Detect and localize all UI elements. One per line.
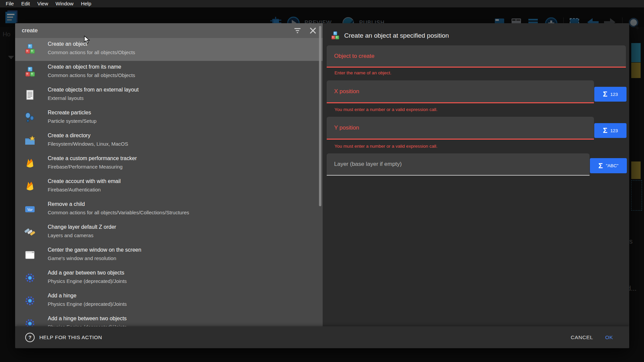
help-button[interactable]: ? HELP FOR THIS ACTION — [25, 333, 102, 342]
field-helper-text: You must enter a number or a valid expre… — [334, 107, 437, 112]
result-subtitle: Common actions for all objects/Objects — [48, 72, 135, 78]
objects-icon — [331, 31, 339, 40]
sigma-icon: Σ — [603, 90, 607, 98]
action-title: Create an object at specified position — [344, 32, 449, 39]
firebase-icon — [25, 158, 35, 169]
result-subtitle: External layouts — [48, 95, 84, 101]
search-bar[interactable]: create — [15, 23, 323, 38]
result-subtitle: Physics Engine (deprecated)/Joints — [48, 301, 127, 307]
expression-type-label: 123 — [610, 92, 618, 97]
result-subtitle: Common actions for all objects/Variables… — [48, 210, 189, 215]
menu-item-edit[interactable]: Edit — [17, 0, 34, 7]
help-icon: ? — [25, 333, 35, 342]
field-label: Layer (base layer if empty) — [334, 161, 402, 168]
result-subtitle: Firebase/Authentication — [48, 187, 101, 192]
dialog-footer: ? HELP FOR THIS ACTION CANCEL OK — [15, 326, 629, 348]
results-scrollbar[interactable] — [319, 26, 321, 206]
filter-icon[interactable] — [293, 26, 302, 35]
result-subtitle: Physics Engine (deprecated)/Joints — [48, 278, 127, 284]
variable-icon: Var — [25, 204, 35, 215]
expression-type-label: "ABC" — [606, 163, 618, 168]
ok-button[interactable]: OK — [599, 331, 619, 344]
expression-builder-button[interactable]: Σ123 — [594, 123, 627, 138]
result-row[interactable]: Add a hingePhysics Engine (deprecated)/J… — [15, 290, 323, 313]
physics-icon — [25, 318, 35, 326]
result-row[interactable]: Center the game window on the screenGame… — [15, 244, 323, 267]
menu-bar: FileEditViewWindowHelp — [0, 0, 644, 7]
result-row[interactable]: Create an objectCommon actions for all o… — [15, 38, 323, 61]
field-helper-text: Enter the name of an object. — [334, 70, 392, 75]
directory-icon — [25, 135, 35, 146]
result-subtitle: Filesystem/Windows, Linux, MacOS — [48, 141, 128, 147]
instruction-editor-dialog: create Create an objectCommon actions fo… — [15, 23, 629, 348]
search-results-list: Create an objectCommon actions for all o… — [15, 38, 323, 326]
result-row[interactable]: Change layer default Z orderLayers and c… — [15, 221, 323, 244]
objects-icon — [25, 44, 35, 55]
result-row[interactable]: Recreate particlesParticle system/Setup — [15, 107, 323, 130]
sigma-icon: Σ — [598, 162, 603, 170]
result-title: Add a gear between two objects — [48, 270, 124, 276]
expression-type-label: 123 — [610, 128, 618, 133]
firebase-icon — [25, 181, 35, 192]
external-layout-icon — [25, 89, 35, 100]
result-row[interactable]: Add a gear between two objectsPhysics En… — [15, 267, 323, 290]
result-title: Add a hinge — [48, 293, 76, 299]
particles-icon — [25, 112, 35, 123]
search-input[interactable]: create — [22, 27, 286, 34]
result-subtitle: Common actions for all objects/Objects — [48, 49, 135, 55]
result-title: Add a hinge between two objects — [48, 316, 127, 322]
help-label: HELP FOR THIS ACTION — [39, 334, 102, 340]
action-parameters-panel: Create an object at specified position O… — [323, 23, 629, 326]
result-subtitle: Particle system/Setup — [48, 118, 96, 124]
result-title: Recreate particles — [48, 110, 91, 116]
result-row[interactable]: Create objects from an external layoutEx… — [15, 84, 323, 107]
menu-item-file[interactable]: File — [2, 0, 17, 7]
result-title: Create an object from its name — [48, 64, 121, 70]
result-subtitle: Layers and cameras — [48, 232, 93, 238]
result-subtitle: Firebase/Performance Measuring — [48, 164, 123, 170]
cancel-button[interactable]: CANCEL — [565, 331, 599, 344]
result-title: Change layer default Z order — [48, 224, 116, 230]
action-search-panel: create Create an objectCommon actions fo… — [15, 23, 323, 326]
result-title: Center the game window on the screen — [48, 247, 141, 253]
result-row[interactable]: Add a hinge between two objectsPhysics E… — [15, 313, 323, 326]
result-row[interactable]: VarRemove a childCommon actions for all … — [15, 198, 323, 221]
svg-text:Var: Var — [27, 207, 33, 212]
field-input-x-position[interactable]: X position — [327, 80, 594, 103]
field-input-y-position[interactable]: Y position — [327, 117, 594, 140]
expression-builder-button[interactable]: Σ"ABC" — [590, 158, 627, 173]
result-row[interactable]: Create a directoryFilesystem/Windows, Li… — [15, 130, 323, 152]
field-input-object-to-create[interactable]: Object to create — [327, 45, 626, 68]
menu-item-window[interactable]: Window — [52, 0, 77, 7]
result-title: Create account with with email — [48, 178, 121, 184]
menu-item-help[interactable]: Help — [77, 0, 95, 7]
field-helper-text: You must enter a number or a valid expre… — [334, 144, 437, 149]
result-subtitle: Physics Engine (deprecated)/Joints — [48, 324, 127, 326]
result-title: Remove a child — [48, 201, 85, 207]
field-input-layer-base-layer-if-empty[interactable]: Layer (base layer if empty) — [327, 153, 590, 176]
result-row[interactable]: Create an object from its nameCommon act… — [15, 61, 323, 84]
expression-builder-button[interactable]: Σ123 — [594, 87, 627, 102]
field-label: Y position — [334, 124, 359, 131]
result-row[interactable]: Create account with with emailFirebase/A… — [15, 175, 323, 198]
objects-icon — [25, 67, 35, 77]
result-title: Create an object — [48, 41, 87, 47]
sigma-icon: Σ — [603, 127, 607, 134]
action-header: Create an object at specified position — [331, 31, 449, 40]
close-icon[interactable] — [309, 26, 317, 35]
result-subtitle: Game's window and resolution — [48, 255, 116, 261]
result-row[interactable]: Create a custom performance trackerFireb… — [15, 152, 323, 175]
gdevelop-app: FileEditViewWindowHelp PREVIEW PUBLISH — [0, 0, 644, 362]
menu-item-view[interactable]: View — [34, 0, 52, 7]
physics-icon — [25, 295, 35, 306]
result-title: Create objects from an external layout — [48, 87, 138, 93]
layers-icon — [25, 227, 35, 238]
field-label: X position — [334, 88, 359, 95]
field-label: Object to create — [334, 53, 374, 60]
physics-icon — [25, 273, 35, 283]
window-icon — [25, 250, 35, 260]
result-title: Create a directory — [48, 133, 90, 139]
result-title: Create a custom performance tracker — [48, 155, 137, 161]
